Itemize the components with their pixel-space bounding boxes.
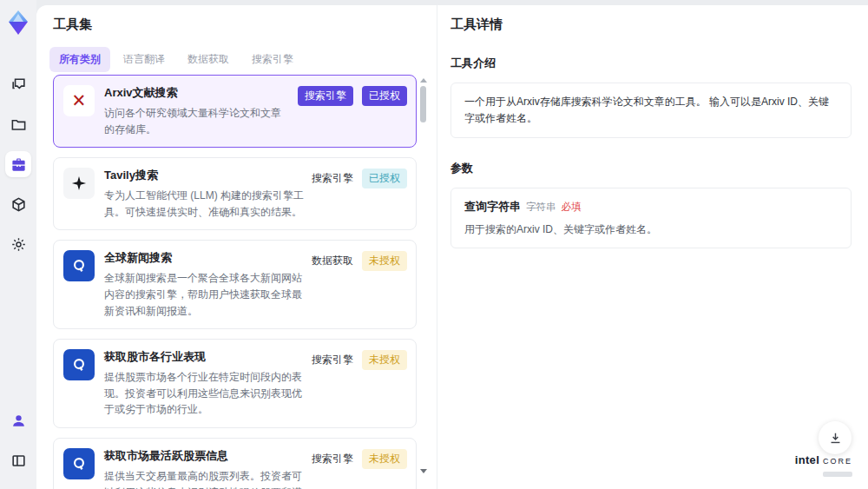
tool-card-sector-performance[interactable]: 获取股市各行业表现 提供股票市场各个行业在特定时间段内的表现。投资者可以利用这些… bbox=[53, 339, 417, 428]
download-icon bbox=[828, 431, 843, 446]
brand-core: core bbox=[823, 453, 852, 466]
download-button[interactable] bbox=[819, 421, 852, 454]
tool-name: 获取股市各行业表现 bbox=[104, 349, 305, 365]
tavily-sparkle-icon bbox=[63, 168, 95, 199]
list-scrollbar[interactable] bbox=[419, 76, 427, 489]
intro-heading: 工具介绍 bbox=[450, 56, 852, 71]
tool-name: 全球新闻搜索 bbox=[104, 250, 305, 266]
package-icon[interactable] bbox=[5, 191, 31, 217]
news-app-icon bbox=[63, 250, 95, 281]
param-required-label: 必填 bbox=[562, 201, 582, 214]
intro-box: 一个用于从Arxiv存储库搜索科学论文和文章的工具。 输入可以是Arxiv ID… bbox=[450, 83, 852, 138]
details-title: 工具详情 bbox=[450, 17, 852, 33]
tool-card-global-news[interactable]: 全球新闻搜索 全球新闻搜索是一个聚合全球各大新闻网站内容的搜索引擎，帮助用户快速… bbox=[53, 240, 417, 329]
tool-name: 获取市场最活跃股票信息 bbox=[104, 448, 305, 464]
category-label: 搜索引擎 bbox=[312, 353, 353, 367]
panel-divider bbox=[437, 5, 437, 489]
tab-data-fetch[interactable]: 数据获取 bbox=[178, 47, 239, 72]
left-sidebar bbox=[0, 0, 36, 489]
status-badge: 已授权 bbox=[362, 169, 407, 188]
app-logo-diamond bbox=[7, 10, 30, 35]
user-icon[interactable] bbox=[5, 407, 31, 433]
category-label: 搜索引擎 bbox=[312, 171, 353, 186]
tool-desc: 访问各个研究领域大量科学论文和文章的存储库。 bbox=[104, 105, 291, 137]
stock-app-icon bbox=[63, 448, 95, 479]
tool-card-arxiv[interactable]: ✕ Arxiv文献搜索 访问各个研究领域大量科学论文和文章的存储库。 搜索引擎 … bbox=[53, 75, 417, 148]
settings-icon[interactable] bbox=[5, 231, 31, 257]
tool-card-tavily[interactable]: Tavily搜索 专为人工智能代理 (LLM) 构建的搜索引擎工具。可快速提供实… bbox=[53, 157, 417, 230]
tool-name: Tavily搜索 bbox=[104, 168, 305, 183]
status-badge: 未授权 bbox=[362, 449, 407, 469]
tool-desc: 专为人工智能代理 (LLM) 构建的搜索引擎工具。可快速提供实时、准确和真实的结… bbox=[104, 188, 305, 220]
category-label: 搜索引擎 bbox=[312, 452, 353, 466]
tab-language-translation[interactable]: 语言翻译 bbox=[114, 47, 174, 72]
category-badge: 搜索引擎 bbox=[298, 86, 353, 106]
tool-card-most-active-stocks[interactable]: 获取市场最活跃股票信息 提供当天交易量最高的股票列表。投资者可以利用这些信息来识… bbox=[53, 438, 417, 489]
brand-intel: intel bbox=[795, 453, 819, 466]
details-panel: 工具详情 工具介绍 一个用于从Arxiv存储库搜索科学论文和文章的工具。 输入可… bbox=[450, 17, 852, 248]
folder-icon[interactable] bbox=[5, 111, 31, 137]
status-badge: 未授权 bbox=[362, 251, 407, 271]
param-desc: 用于搜索的Arxiv ID、关键字或作者姓名。 bbox=[464, 222, 838, 237]
status-badge: 未授权 bbox=[362, 350, 407, 370]
tool-name: Arxiv文献搜索 bbox=[104, 85, 291, 101]
scrollbar-up-arrow[interactable] bbox=[420, 78, 427, 83]
tool-list: ✕ Arxiv文献搜索 访问各个研究领域大量科学论文和文章的存储库。 搜索引擎 … bbox=[53, 75, 417, 489]
page-title: 工具集 bbox=[53, 17, 92, 33]
arxiv-icon: ✕ bbox=[63, 85, 95, 116]
param-type: 字符串 bbox=[526, 201, 556, 214]
tool-desc: 全球新闻搜索是一个聚合全球各大新闻网站内容的搜索引擎，帮助用户快速获取全球最新资… bbox=[104, 270, 305, 319]
category-label: 数据获取 bbox=[312, 254, 353, 268]
stock-app-icon bbox=[63, 349, 95, 380]
param-box: 查询字符串 字符串 必填 用于搜索的Arxiv ID、关键字或作者姓名。 bbox=[450, 188, 852, 248]
main-panel: 工具集 所有类别 语言翻译 数据获取 搜索引擎 ✕ Arxiv文献搜索 访问各个… bbox=[36, 5, 868, 489]
intel-core-logo: intel core bbox=[795, 454, 852, 479]
toolbox-icon[interactable] bbox=[5, 151, 31, 177]
tab-all-categories[interactable]: 所有类别 bbox=[49, 47, 110, 72]
tab-search-engine[interactable]: 搜索引擎 bbox=[242, 47, 303, 72]
category-tabs: 所有类别 语言翻译 数据获取 搜索引擎 bbox=[49, 47, 303, 72]
params-heading: 参数 bbox=[450, 161, 852, 176]
chat-icon[interactable] bbox=[5, 71, 31, 97]
panel-toggle-icon[interactable] bbox=[5, 447, 31, 473]
scrollbar-thumb[interactable] bbox=[420, 86, 426, 122]
tool-desc: 提供股票市场各个行业在特定时间段内的表现。投资者可以利用这些信息来识别表现优于或… bbox=[104, 369, 305, 418]
status-badge: 已授权 bbox=[362, 86, 407, 106]
scrollbar-down-arrow[interactable] bbox=[420, 469, 427, 473]
tool-desc: 提供当天交易量最高的股票列表。投资者可以利用这些信息来识别流动性强的股票和潜在的… bbox=[104, 468, 305, 489]
param-name: 查询字符串 bbox=[464, 199, 521, 215]
brand-subtext-bar bbox=[823, 472, 852, 477]
